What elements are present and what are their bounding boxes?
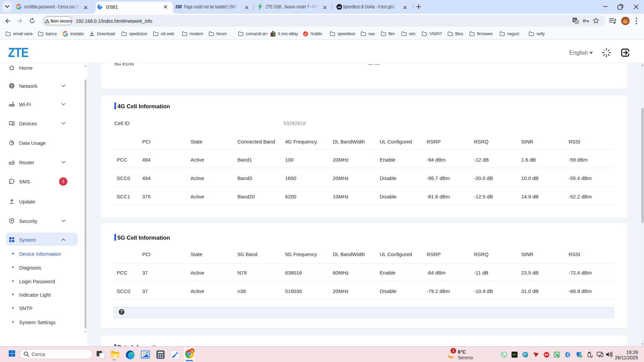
svg-text:ISP: ISP [175, 4, 182, 9]
